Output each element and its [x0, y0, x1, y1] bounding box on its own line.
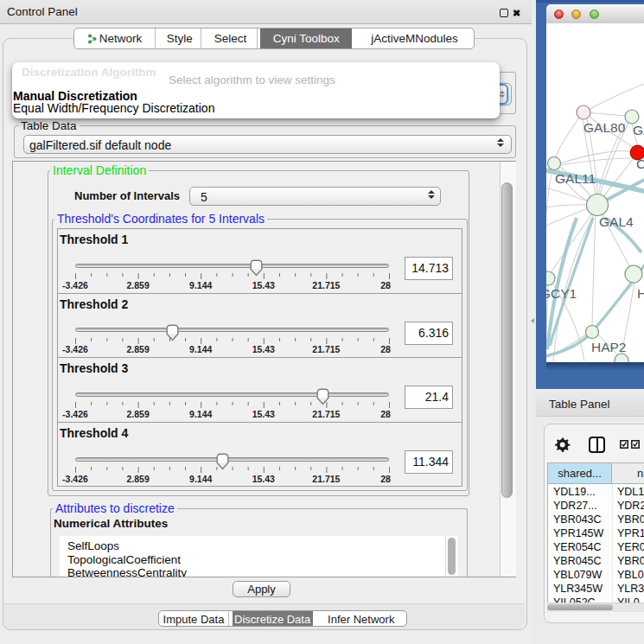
svg-text:C: C — [636, 156, 644, 171]
svg-text:GAL80: GAL80 — [583, 120, 626, 135]
svg-text:GAL4: GAL4 — [599, 214, 634, 229]
svg-text:GA: GA — [633, 123, 644, 137]
svg-text:HAP2: HAP2 — [591, 340, 627, 354]
svg-text:GCY1: GCY1 — [546, 286, 577, 301]
svg-text:H: H — [637, 286, 644, 301]
svg-text:GAL11: GAL11 — [555, 171, 596, 186]
